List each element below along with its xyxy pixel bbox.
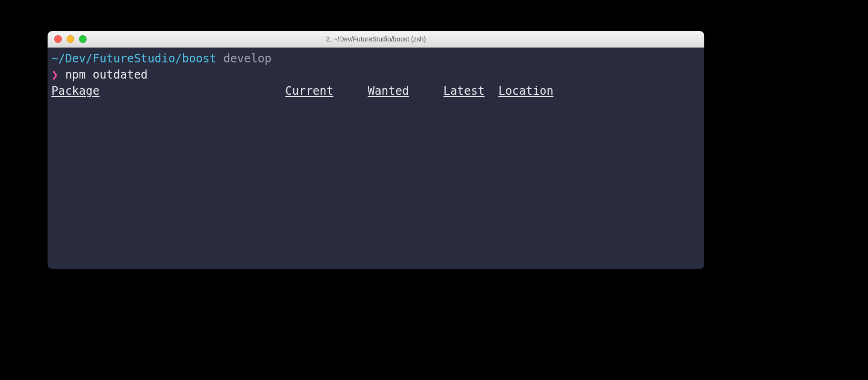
prompt-branch: develop [223, 52, 271, 65]
command: npm outdated [65, 68, 148, 81]
terminal-window: 2. ~/Dev/FutureStudio/boost (zsh) ~/Dev/… [48, 31, 704, 269]
maximize-icon[interactable] [79, 35, 87, 43]
col-header-current: Current [285, 84, 333, 98]
close-icon[interactable] [54, 35, 62, 43]
traffic-lights [54, 35, 87, 43]
minimize-icon[interactable] [67, 35, 74, 43]
window-titlebar[interactable]: 2. ~/Dev/FutureStudio/boost (zsh) [48, 31, 704, 48]
window-title: 2. ~/Dev/FutureStudio/boost (zsh) [48, 35, 704, 43]
col-header-location: Location [498, 84, 553, 98]
col-header-wanted: Wanted [368, 84, 409, 98]
col-header-latest: Latest [444, 84, 485, 98]
prompt-path: ~/Dev/FutureStudio/boost [51, 52, 217, 65]
terminal-body[interactable]: ~/Dev/FutureStudio/boost develop❯ npm ou… [48, 48, 704, 269]
prompt-symbol: ❯ [51, 68, 58, 81]
col-header-package: Package [51, 84, 99, 98]
